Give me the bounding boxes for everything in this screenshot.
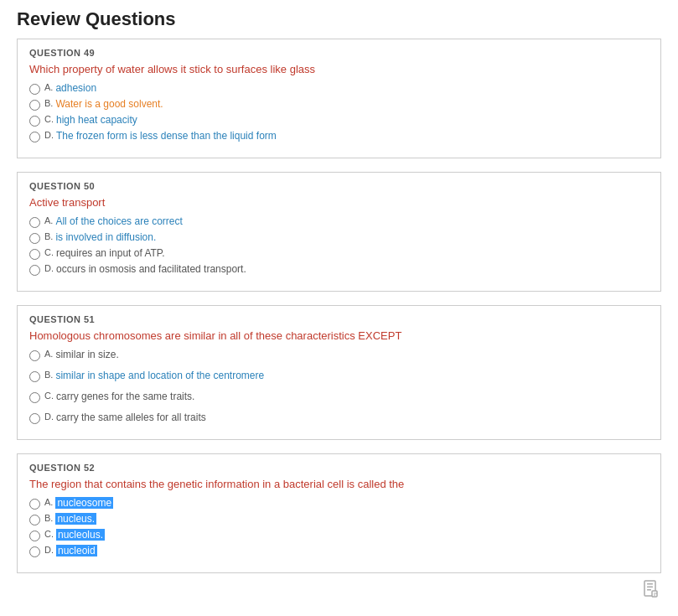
question-block-q49: QUESTION 49Which property of water allow… [17, 39, 661, 158]
option-text: adhesion [55, 82, 96, 94]
option-text: nucleoid [56, 545, 97, 556]
question-text-q52: The region that contains the genetic inf… [29, 478, 649, 490]
option-letter: D. [44, 412, 54, 422]
option-text: nucleus. [55, 513, 96, 525]
list-item: B.Water is a good solvent. [29, 98, 649, 111]
list-item: D.occurs in osmosis and facilitated tran… [29, 263, 649, 276]
option-letter: A. [44, 497, 53, 507]
radio-q51-2[interactable] [29, 392, 40, 403]
option-letter: C. [44, 114, 54, 124]
option-letter: A. [44, 349, 53, 359]
list-item: C.nucleolus. [29, 529, 649, 541]
option-letter: A. [44, 82, 53, 92]
option-text: similar in size. [55, 349, 118, 360]
option-letter: B. [44, 98, 53, 108]
list-item: A.All of the choices are correct [29, 215, 649, 228]
question-text-q50: Active transport [29, 196, 649, 209]
list-item: B.nucleus. [29, 513, 649, 525]
list-item: C.carry genes for the same traits. [29, 391, 649, 403]
radio-q52-1[interactable] [29, 515, 40, 525]
option-letter: C. [44, 529, 54, 539]
option-letter: B. [44, 231, 53, 241]
radio-q49-3[interactable] [29, 132, 40, 142]
list-item: C.high heat capacity [29, 114, 649, 127]
option-text: nucleosome [55, 497, 113, 509]
option-letter: C. [44, 247, 54, 257]
radio-q49-0[interactable] [29, 84, 40, 95]
radio-q51-3[interactable] [29, 413, 40, 424]
option-text: carry genes for the same traits. [56, 391, 194, 402]
question-label-q52: QUESTION 52 [29, 463, 649, 473]
option-letter: B. [44, 513, 53, 523]
page-icon [641, 579, 661, 595]
list-item: B.similar in shape and location of the c… [29, 370, 649, 382]
svg-rect-3 [647, 589, 651, 591]
list-item: D.carry the same alleles for all traits [29, 412, 649, 424]
option-text: occurs in osmosis and facilitated transp… [56, 263, 246, 275]
radio-q50-0[interactable] [29, 217, 40, 228]
option-text: similar in shape and location of the cen… [55, 370, 264, 381]
option-text: carry the same alleles for all traits [56, 412, 206, 423]
list-item: A.nucleosome [29, 497, 649, 510]
page-title: Review Questions [17, 8, 661, 30]
question-block-q52: QUESTION 52The region that contains the … [17, 453, 661, 573]
radio-q50-2[interactable] [29, 249, 40, 260]
option-text: The frozen form is less dense than the l… [56, 130, 277, 142]
question-label-q49: QUESTION 49 [29, 48, 649, 58]
option-text: requires an input of ATP. [56, 247, 165, 259]
radio-q52-0[interactable] [29, 499, 40, 510]
option-text: All of the choices are correct [55, 215, 182, 227]
list-item: C.requires an input of ATP. [29, 247, 649, 260]
question-text-q49: Which property of water allows it stick … [29, 63, 649, 75]
svg-rect-1 [647, 583, 653, 585]
list-item: D.nucleoid [29, 545, 649, 557]
radio-q50-3[interactable] [29, 265, 40, 276]
radio-q49-1[interactable] [29, 100, 40, 111]
option-letter: C. [44, 391, 54, 401]
list-item: A.adhesion [29, 82, 649, 95]
radio-q52-3[interactable] [29, 546, 40, 557]
question-block-q50: QUESTION 50Active transportA.All of the … [17, 172, 661, 292]
option-text: nucleolus. [56, 529, 105, 541]
option-letter: B. [44, 370, 53, 380]
radio-q51-1[interactable] [29, 371, 40, 382]
option-text: Water is a good solvent. [55, 98, 163, 110]
radio-q50-1[interactable] [29, 233, 40, 244]
radio-q51-0[interactable] [29, 350, 40, 361]
option-letter: D. [44, 130, 54, 140]
option-text: high heat capacity [56, 114, 137, 126]
list-item: B.is involved in diffusion. [29, 231, 649, 244]
question-text-q51: Homologous chromosomes are similar in al… [29, 329, 649, 342]
question-label-q51: QUESTION 51 [29, 314, 649, 324]
option-letter: D. [44, 263, 54, 273]
svg-rect-2 [647, 587, 653, 588]
question-label-q50: QUESTION 50 [29, 181, 649, 191]
list-item: A.similar in size. [29, 349, 649, 361]
list-item: D.The frozen form is less dense than the… [29, 130, 649, 142]
option-letter: D. [44, 545, 54, 555]
option-text: is involved in diffusion. [55, 231, 156, 243]
option-letter: A. [44, 215, 53, 225]
radio-q52-2[interactable] [29, 531, 40, 541]
question-block-q51: QUESTION 51Homologous chromosomes are si… [17, 305, 661, 440]
radio-q49-2[interactable] [29, 116, 40, 127]
